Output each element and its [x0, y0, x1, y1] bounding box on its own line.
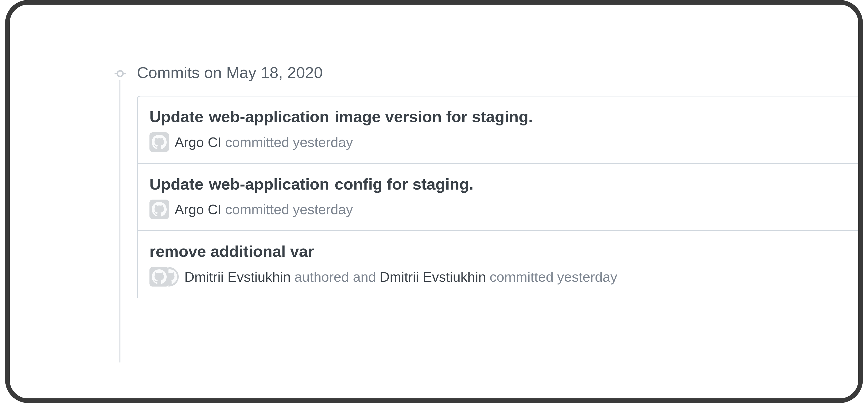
commit-title[interactable]: remove additional var: [150, 241, 846, 261]
meta-muted: committed: [225, 202, 289, 216]
commit-group-icon: [115, 68, 126, 79]
meta-muted: authored and: [294, 270, 376, 284]
commit-item: Update web-application config for stagin…: [138, 164, 858, 231]
commit-meta-text: Argo CIcommittedyesterday: [175, 135, 353, 149]
avatar-group: [150, 200, 169, 219]
commit-meta-text: Argo CIcommittedyesterday: [175, 202, 353, 216]
window-frame: Commits on May 18, 2020 Update web-appli…: [5, 0, 863, 403]
commit-title[interactable]: Update web-application image version for…: [150, 107, 846, 127]
commit-item: Update web-application image version for…: [138, 96, 858, 164]
commit-title-prefix: Update: [150, 175, 204, 193]
author-link[interactable]: Argo CI: [175, 202, 222, 216]
timeline-line: [119, 80, 120, 363]
commit-title-prefix: Update: [150, 108, 204, 126]
author-link[interactable]: Dmitrii Evstiukhin: [379, 270, 486, 284]
meta-muted: committed: [490, 270, 553, 284]
commits-container: Commits on May 18, 2020 Update web-appli…: [110, 62, 858, 298]
avatar[interactable]: [150, 267, 169, 287]
meta-muted: yesterday: [293, 135, 353, 149]
commit-meta-text: Dmitrii Evstiukhinauthored andDmitrii Ev…: [184, 270, 617, 284]
commit-item: remove additional varDmitrii Evstiukhina…: [138, 231, 858, 298]
commit-title-code: web-application: [208, 175, 330, 193]
commit-meta: Argo CIcommittedyesterday: [150, 200, 846, 219]
avatar[interactable]: [150, 132, 169, 152]
meta-muted: yesterday: [293, 202, 353, 216]
commit-group-title: Commits on May 18, 2020: [137, 62, 858, 81]
commits-main: Commits on May 18, 2020 Update web-appli…: [137, 62, 858, 298]
svg-point-1: [117, 71, 123, 76]
commit-list: Update web-application image version for…: [137, 96, 858, 298]
commit-meta: Dmitrii Evstiukhinauthored andDmitrii Ev…: [150, 267, 846, 287]
avatar-group: [150, 132, 169, 152]
meta-muted: committed: [225, 135, 289, 149]
avatar-group: [150, 267, 179, 287]
avatar[interactable]: [150, 200, 169, 219]
avatar[interactable]: [168, 267, 179, 287]
commit-title-code: web-application: [208, 108, 330, 126]
commit-meta: Argo CIcommittedyesterday: [150, 132, 846, 152]
commit-title-suffix: image version for staging.: [335, 108, 533, 126]
author-link[interactable]: Dmitrii Evstiukhin: [184, 270, 291, 284]
commit-title-prefix: remove additional var: [150, 242, 314, 260]
author-link[interactable]: Argo CI: [175, 135, 222, 149]
meta-muted: yesterday: [557, 270, 617, 284]
commit-title[interactable]: Update web-application config for stagin…: [150, 174, 846, 194]
commit-title-suffix: config for staging.: [335, 175, 473, 193]
